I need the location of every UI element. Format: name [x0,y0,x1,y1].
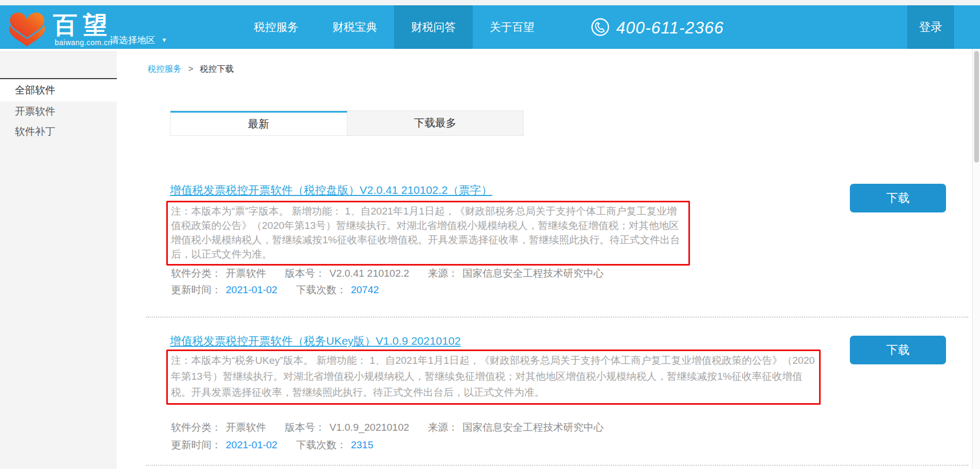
phone-number: 400-611-2366 [616,19,724,38]
software-meta-row: 更新时间：2021-01-02 下载次数：2315 [171,438,389,452]
download-button[interactable]: 下载 [850,184,946,212]
downloads-label: 下载次数： [296,284,346,295]
source-label: 来源： [428,422,458,433]
chevron-down-icon: ▼ [161,37,167,43]
category-value: 开票软件 [226,268,266,279]
breadcrumb: 税控服务 > 税控下载 [148,64,234,75]
logo-domain: baiwang.com.cn [55,38,112,47]
nav-item-finance-tax-qa[interactable]: 财税问答 [394,5,473,49]
downloads-value: 20742 [351,284,379,295]
updated-label: 更新时间： [171,439,221,450]
item-divider [146,317,968,318]
phone-icon [591,18,610,39]
version-label: 版本号： [285,422,325,433]
baiwang-hearts-logo-icon [4,11,50,52]
region-selector[interactable]: 请选择地区 ▼ [110,34,167,46]
software-meta-row: 软件分类：开票软件 版本号：V1.0.9_20210102 来源：国家信息安全工… [171,421,620,434]
nav-item-about-baiwang[interactable]: 关于百望 [473,5,551,49]
site-header: 百望 baiwang.com.cn 请选择地区 ▼ 税控服务 财税宝典 财税问答… [0,5,980,49]
login-button[interactable]: 登录 [907,5,954,49]
downloads-value: 2315 [351,439,373,450]
software-meta-row: 更新时间：2021-01-02 下载次数：20742 [171,283,395,297]
service-phone: 400-611-2366 [591,18,724,39]
tab-latest[interactable]: 最新 [171,111,347,135]
version-label: 版本号： [285,268,325,279]
software-description: 注：本版本为“票”字版本。 新增功能： 1、自2021年1月1日起，《财政部税务… [171,206,680,260]
logo-title: 百望 [53,12,113,38]
category-label: 软件分类： [171,268,221,279]
category-label: 软件分类： [171,422,221,433]
breadcrumb-current: 税控下载 [200,64,234,73]
scrollbar-thumb[interactable] [974,51,979,163]
download-button[interactable]: 下载 [850,336,946,364]
category-value: 开票软件 [226,422,266,433]
sidebar-item-software-patch[interactable]: 软件补丁 [0,122,117,142]
breadcrumb-root-link[interactable]: 税控服务 [148,64,182,73]
software-title-link[interactable]: 增值税发票税控开票软件（税务UKey版）V1.0.9 20210102 [170,334,461,348]
software-description: 注：本版本为“税务UKey”版本。 新增功能： 1、自2021年1月1日起，《财… [171,355,815,398]
breadcrumb-separator: > [188,64,193,73]
downloads-label: 下载次数： [296,439,346,450]
tab-most-downloaded[interactable]: 下载最多 [347,111,524,135]
nav-item-finance-tax-treasury[interactable]: 财税宝典 [316,5,394,49]
source-value: 国家信息安全工程技术研究中心 [463,422,604,433]
region-selector-label: 请选择地区 [110,35,155,45]
main-content: 税控服务 > 税控下载 最新 下载最多 增值税发票税控开票软件（税控盘版）V2.… [117,49,972,469]
source-value: 国家信息安全工程技术研究中心 [463,268,604,279]
main-nav: 税控服务 财税宝典 财税问答 关于百望 [237,5,551,49]
vertical-scrollbar[interactable] [972,49,980,469]
category-sidebar: 全部软件 开票软件 软件补丁 [0,52,117,469]
sidebar-item-all-software[interactable]: 全部软件 [0,78,117,101]
version-value: V2.0.41 210102.2 [329,268,409,279]
red-annotation-box: 注：本版本为“税务UKey”版本。 新增功能： 1、自2021年1月1日起，《财… [166,349,821,405]
updated-value: 2021-01-02 [226,284,277,295]
source-label: 来源： [428,268,458,279]
updated-value: 2021-01-02 [226,439,277,450]
item-divider [146,465,968,466]
software-title-link[interactable]: 增值税发票税控开票软件（税控盘版）V2.0.41 210102.2（票字） [170,183,492,198]
updated-label: 更新时间： [171,284,221,295]
software-meta-row: 软件分类：开票软件 版本号：V2.0.41 210102.2 来源：国家信息安全… [171,267,620,280]
sort-tabs: 最新 下载最多 [170,110,524,136]
version-value: V1.0.9_20210102 [329,422,409,433]
sidebar-item-invoicing-software[interactable]: 开票软件 [0,101,117,122]
nav-item-tax-control-service[interactable]: 税控服务 [237,5,316,49]
red-annotation-box: 注：本版本为“票”字版本。 新增功能： 1、自2021年1月1日起，《财政部税务… [166,201,690,266]
